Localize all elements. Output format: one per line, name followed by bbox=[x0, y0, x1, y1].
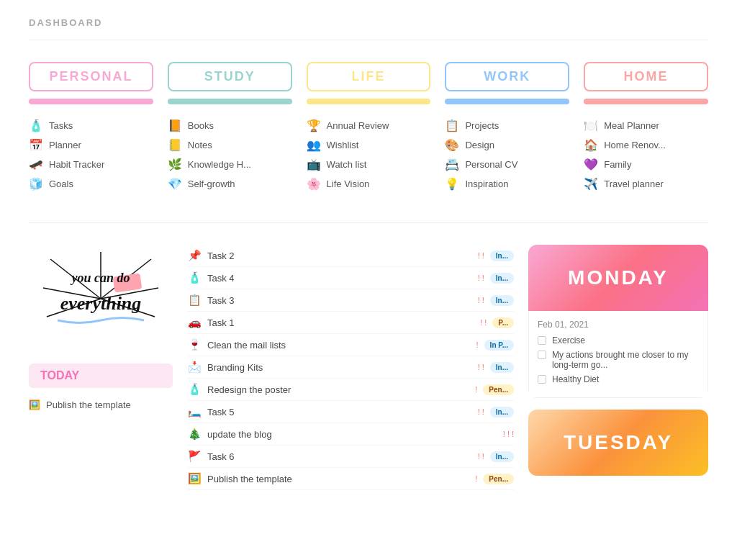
check-label: Healthy Diet bbox=[552, 374, 599, 384]
task-row[interactable]: 🧴 Redesign the poster ! Pen... bbox=[187, 379, 514, 401]
task-row[interactable]: 🚩 Task 6 !! In... bbox=[187, 446, 514, 468]
list-item[interactable]: 🧴 Tasks bbox=[29, 116, 153, 135]
task-flags: ! bbox=[476, 340, 479, 349]
home-label[interactable]: HOME bbox=[584, 62, 708, 91]
task-icon: 🚗 bbox=[187, 316, 202, 329]
checkbox-exercise[interactable] bbox=[538, 336, 546, 345]
motivation-column: you can do everything TODAY 🖼️ Publish t… bbox=[29, 245, 173, 490]
item-label: Planner bbox=[49, 140, 81, 150]
list-item[interactable]: 💡 Inspiration bbox=[445, 174, 569, 194]
motivation-art: you can do everything bbox=[29, 245, 173, 355]
task-name: Task 1 bbox=[207, 317, 474, 328]
notes-icon: 📒 bbox=[168, 138, 182, 152]
task-badge: Pen... bbox=[483, 384, 514, 395]
task-name: Task 2 bbox=[207, 250, 472, 261]
task-badge: In... bbox=[490, 451, 514, 462]
list-item[interactable]: 🍽️ Meal Planner bbox=[584, 116, 708, 135]
tasks-column: 📌 Task 2 !! In... 🧴 Task 4 !! In... 📋 Ta… bbox=[187, 245, 514, 490]
list-item[interactable]: 🧊 Goals bbox=[29, 174, 153, 194]
list-item[interactable]: 🎨 Design bbox=[445, 135, 569, 155]
personal-bar bbox=[29, 99, 153, 104]
task-name: Task 5 bbox=[207, 407, 472, 417]
list-item[interactable]: 📋 Projects bbox=[445, 116, 569, 135]
publish-item[interactable]: 🖼️ Publish the template bbox=[29, 399, 173, 410]
task-row[interactable]: 🖼️ Publish the template ! Pen... bbox=[187, 468, 514, 490]
task-flags: !! bbox=[478, 363, 484, 371]
category-life: LIFE 🏆 Annual Review 👥 Wishlist 📺 Watch … bbox=[307, 62, 431, 194]
publish-label: Publish the template bbox=[46, 399, 131, 410]
list-item[interactable]: 🌿 Knowledge H... bbox=[168, 155, 292, 174]
work-label[interactable]: WORK bbox=[445, 62, 569, 91]
list-item[interactable]: 📇 Personal CV bbox=[445, 155, 569, 174]
list-item[interactable]: 🏆 Annual Review bbox=[307, 116, 431, 135]
checkbox-diet[interactable] bbox=[538, 375, 546, 384]
item-label: Goals bbox=[49, 179, 73, 189]
task-row[interactable]: 🎄 update the blog !!! bbox=[187, 423, 514, 446]
monday-check-3[interactable]: Healthy Diet bbox=[538, 374, 699, 384]
design-icon: 🎨 bbox=[445, 138, 459, 152]
category-home: HOME 🍽️ Meal Planner 🏠 Home Renov... 💜 F… bbox=[584, 62, 708, 194]
meal-icon: 🍽️ bbox=[584, 119, 598, 132]
item-label: Projects bbox=[465, 120, 499, 131]
task-name: Branding Kits bbox=[207, 362, 472, 373]
checkbox-actions[interactable] bbox=[538, 351, 546, 359]
task-icon: 🛏️ bbox=[187, 405, 202, 418]
task-row[interactable]: 📌 Task 2 !! In... bbox=[187, 245, 514, 267]
item-label: Habit Tracker bbox=[49, 159, 104, 170]
svg-text:you can do: you can do bbox=[71, 271, 130, 285]
task-row[interactable]: 📩 Branding Kits !! In... bbox=[187, 356, 514, 379]
bottom-section: you can do everything TODAY 🖼️ Publish t… bbox=[0, 223, 737, 512]
item-label: Tasks bbox=[49, 120, 73, 131]
monday-header: MONDAY bbox=[528, 245, 708, 311]
task-flags: !! bbox=[478, 452, 484, 461]
task-icon: 🚩 bbox=[187, 450, 202, 463]
task-row[interactable]: 🍷 Clean the mail lists ! In P... bbox=[187, 334, 514, 356]
task-badge: In... bbox=[490, 273, 514, 284]
check-label: Exercise bbox=[552, 335, 585, 346]
personal-label[interactable]: PERSONAL bbox=[29, 62, 153, 91]
inspiration-icon: 💡 bbox=[445, 177, 459, 191]
list-item[interactable]: 📙 Books bbox=[168, 116, 292, 135]
personal-items: 🧴 Tasks 📅 Planner 🛹 Habit Tracker 🧊 Goal… bbox=[29, 116, 153, 194]
item-label: Travel planner bbox=[604, 179, 664, 189]
task-badge: In P... bbox=[484, 340, 514, 351]
selfgrowth-icon: 💎 bbox=[168, 177, 182, 191]
dashboard-title: DASHBOARD bbox=[0, 0, 737, 40]
publish-icon: 🖼️ bbox=[29, 399, 40, 410]
item-label: Knowledge H... bbox=[188, 159, 251, 170]
task-badge: P... bbox=[492, 317, 514, 328]
task-row[interactable]: 🛏️ Task 5 !! In... bbox=[187, 401, 514, 423]
list-item[interactable]: 📺 Watch list bbox=[307, 155, 431, 174]
list-item[interactable]: ✈️ Travel planner bbox=[584, 174, 708, 194]
task-row[interactable]: 📋 Task 3 !! In... bbox=[187, 289, 514, 312]
svg-text:everything: everything bbox=[60, 293, 142, 314]
study-label[interactable]: STUDY bbox=[168, 62, 292, 91]
task-name: Clean the mail lists bbox=[207, 340, 471, 351]
work-items: 📋 Projects 🎨 Design 📇 Personal CV 💡 Insp… bbox=[445, 116, 569, 194]
task-name: Redesign the poster bbox=[207, 384, 469, 395]
wishlist-icon: 👥 bbox=[307, 138, 321, 152]
monday-check-1[interactable]: Exercise bbox=[538, 335, 699, 346]
task-name: Task 4 bbox=[207, 273, 472, 284]
tuesday-header: TUESDAY bbox=[528, 410, 708, 476]
list-item[interactable]: 💎 Self-growth bbox=[168, 174, 292, 194]
list-item[interactable]: 📅 Planner bbox=[29, 135, 153, 155]
life-label[interactable]: LIFE bbox=[307, 62, 431, 91]
list-item[interactable]: 🌸 Life Vision bbox=[307, 174, 431, 194]
list-item[interactable]: 🏠 Home Renov... bbox=[584, 135, 708, 155]
motivation-svg: you can do everything bbox=[36, 245, 166, 353]
task-row[interactable]: 🧴 Task 4 !! In... bbox=[187, 267, 514, 289]
monday-check-2[interactable]: My actions brought me closer to my long-… bbox=[538, 350, 699, 370]
list-item[interactable]: 🛹 Habit Tracker bbox=[29, 155, 153, 174]
category-study: STUDY 📙 Books 📒 Notes 🌿 Knowledge H... 💎 bbox=[168, 62, 292, 194]
task-flags: ! bbox=[475, 385, 477, 394]
item-label: Design bbox=[465, 140, 494, 150]
task-row[interactable]: 🚗 Task 1 !! P... bbox=[187, 312, 514, 334]
item-label: Annual Review bbox=[327, 120, 389, 131]
projects-icon: 📋 bbox=[445, 119, 459, 132]
item-label: Watch list bbox=[327, 159, 367, 170]
categories-section: PERSONAL 🧴 Tasks 📅 Planner 🛹 Habit Track… bbox=[0, 40, 737, 222]
list-item[interactable]: 📒 Notes bbox=[168, 135, 292, 155]
list-item[interactable]: 💜 Family bbox=[584, 155, 708, 174]
list-item[interactable]: 👥 Wishlist bbox=[307, 135, 431, 155]
